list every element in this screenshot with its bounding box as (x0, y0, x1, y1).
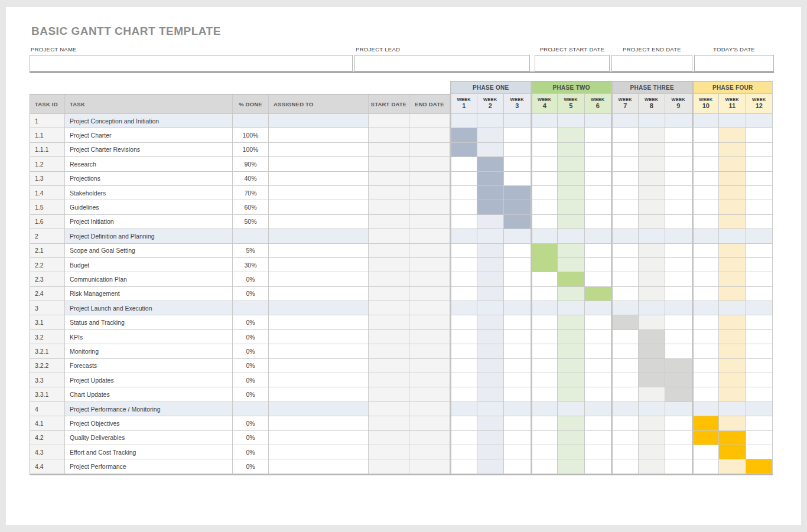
gantt-cell-week-9[interactable] (665, 287, 692, 301)
gantt-cell-week-8[interactable] (639, 359, 666, 373)
cell-task[interactable]: Scope and Goal Setting (65, 244, 233, 258)
gantt-cell-week-3[interactable] (504, 315, 531, 329)
gantt-cell-week-8[interactable] (639, 416, 666, 430)
gantt-cell-week-7[interactable] (611, 445, 639, 459)
cell-task[interactable]: Project Conception and Initiation (65, 114, 233, 128)
gantt-cell-week-7[interactable] (611, 215, 639, 229)
project-name-input[interactable] (30, 55, 353, 71)
cell-task[interactable]: Communication Plan (65, 272, 233, 286)
gantt-cell-week-5[interactable] (558, 373, 585, 387)
gantt-cell-week-6[interactable] (585, 402, 612, 416)
gantt-cell-week-1[interactable] (450, 244, 477, 258)
gantt-cell-week-4[interactable] (531, 244, 558, 258)
gantt-cell-week-3[interactable] (504, 244, 531, 258)
gantt-cell-week-11[interactable] (719, 373, 746, 387)
gantt-cell-week-6[interactable] (585, 215, 612, 229)
gantt-cell-week-7[interactable] (611, 431, 639, 445)
gantt-cell-week-1[interactable] (450, 402, 477, 416)
gantt-cell-week-12[interactable] (746, 128, 773, 142)
gantt-cell-week-8[interactable] (639, 186, 666, 200)
gantt-cell-week-2[interactable] (477, 172, 505, 186)
cell-task-id[interactable]: 3.1 (30, 315, 65, 329)
gantt-cell-week-1[interactable] (450, 186, 477, 200)
cell-task-id[interactable]: 1.4 (30, 186, 65, 200)
gantt-cell-week-3[interactable] (504, 402, 531, 416)
cell-task[interactable]: Project Objectives (65, 416, 233, 430)
gantt-cell-week-7[interactable] (611, 143, 639, 157)
cell-pct-done[interactable]: 0% (233, 459, 269, 474)
gantt-cell-week-12[interactable] (746, 402, 773, 416)
cell-pct-done[interactable]: 0% (233, 387, 269, 402)
gantt-cell-week-12[interactable] (746, 272, 773, 286)
gantt-cell-week-4[interactable] (531, 387, 558, 402)
gantt-cell-week-5[interactable] (558, 272, 585, 286)
gantt-cell-week-2[interactable] (477, 330, 505, 344)
gantt-cell-week-2[interactable] (477, 459, 505, 474)
gantt-cell-week-6[interactable] (585, 445, 612, 459)
gantt-cell-week-6[interactable] (585, 387, 612, 402)
cell-task[interactable]: Project Updates (65, 373, 233, 387)
gantt-cell-week-8[interactable] (639, 315, 666, 329)
gantt-cell-week-5[interactable] (558, 387, 585, 402)
gantt-cell-week-4[interactable] (531, 157, 558, 171)
gantt-cell-week-2[interactable] (477, 258, 505, 272)
gantt-cell-week-7[interactable] (611, 258, 639, 272)
gantt-cell-week-5[interactable] (558, 244, 585, 258)
gantt-cell-week-3[interactable] (504, 143, 531, 157)
cell-start-date[interactable] (369, 244, 409, 258)
cell-end-date[interactable] (409, 330, 450, 344)
gantt-cell-week-7[interactable] (611, 186, 639, 200)
gantt-cell-week-4[interactable] (531, 143, 558, 157)
cell-pct-done[interactable] (233, 301, 269, 315)
gantt-cell-week-8[interactable] (639, 200, 666, 214)
cell-pct-done[interactable]: 0% (233, 416, 269, 430)
gantt-cell-week-8[interactable] (639, 143, 666, 157)
cell-task[interactable]: Project Initiation (65, 215, 233, 229)
gantt-cell-week-7[interactable] (611, 344, 639, 358)
gantt-cell-week-1[interactable] (450, 416, 477, 430)
cell-task-id[interactable]: 2.4 (30, 287, 65, 301)
gantt-cell-week-9[interactable] (665, 272, 692, 286)
gantt-cell-week-8[interactable] (639, 330, 666, 344)
gantt-cell-week-12[interactable] (746, 157, 773, 171)
gantt-cell-week-5[interactable] (558, 258, 585, 272)
gantt-cell-week-5[interactable] (558, 143, 585, 157)
gantt-cell-week-2[interactable] (477, 373, 505, 387)
gantt-cell-week-3[interactable] (504, 387, 531, 402)
cell-start-date[interactable] (369, 301, 409, 315)
cell-start-date[interactable] (369, 186, 409, 200)
cell-task-id[interactable]: 4.4 (30, 459, 65, 474)
gantt-cell-week-11[interactable] (719, 287, 746, 301)
gantt-cell-week-12[interactable] (746, 229, 773, 243)
gantt-cell-week-7[interactable] (611, 359, 639, 373)
gantt-cell-week-9[interactable] (665, 330, 692, 344)
cell-task-id[interactable]: 1.1 (30, 128, 65, 142)
gantt-cell-week-4[interactable] (531, 287, 558, 301)
cell-assigned-to[interactable] (269, 459, 369, 474)
gantt-cell-week-9[interactable] (665, 359, 692, 373)
project-start-date-input[interactable] (535, 55, 610, 71)
gantt-cell-week-9[interactable] (665, 215, 692, 229)
cell-task[interactable]: Project Charter (65, 128, 233, 142)
cell-start-date[interactable] (369, 143, 409, 157)
gantt-cell-week-1[interactable] (450, 431, 477, 445)
cell-assigned-to[interactable] (269, 330, 369, 344)
cell-start-date[interactable] (369, 128, 409, 142)
gantt-cell-week-3[interactable] (504, 373, 531, 387)
gantt-cell-week-10[interactable] (692, 287, 720, 301)
gantt-cell-week-3[interactable] (504, 359, 531, 373)
gantt-cell-week-11[interactable] (719, 272, 746, 286)
cell-end-date[interactable] (409, 387, 450, 402)
cell-task[interactable]: Effort and Cost Tracking (65, 445, 233, 459)
gantt-cell-week-4[interactable] (531, 272, 558, 286)
gantt-cell-week-6[interactable] (585, 287, 612, 301)
gantt-cell-week-11[interactable] (719, 459, 746, 474)
gantt-cell-week-6[interactable] (585, 143, 612, 157)
gantt-cell-week-1[interactable] (450, 172, 477, 186)
cell-task-id[interactable]: 3 (30, 301, 65, 315)
gantt-cell-week-9[interactable] (665, 416, 692, 430)
cell-assigned-to[interactable] (269, 359, 369, 373)
cell-assigned-to[interactable] (269, 315, 369, 329)
gantt-cell-week-12[interactable] (746, 431, 773, 445)
gantt-cell-week-12[interactable] (746, 301, 773, 315)
